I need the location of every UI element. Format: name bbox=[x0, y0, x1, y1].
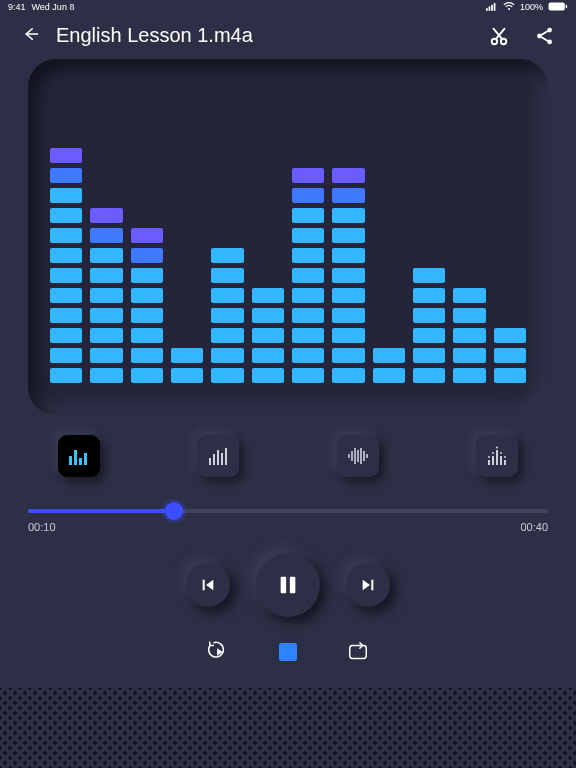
wifi-icon bbox=[503, 2, 515, 13]
svg-point-42 bbox=[504, 456, 506, 458]
svg-rect-37 bbox=[504, 460, 506, 465]
stop-icon bbox=[279, 643, 297, 661]
share-button[interactable] bbox=[534, 25, 556, 47]
vis-type-dots[interactable] bbox=[476, 435, 518, 477]
svg-rect-34 bbox=[492, 456, 494, 465]
svg-point-4 bbox=[508, 8, 510, 10]
stop-button[interactable] bbox=[277, 641, 299, 663]
elapsed-time: 00:10 bbox=[28, 521, 56, 533]
status-bar: 9:41 Wed Jun 8 100% bbox=[0, 0, 576, 14]
repeat-button[interactable] bbox=[347, 641, 369, 663]
vis-type-bars[interactable] bbox=[58, 435, 100, 477]
svg-rect-17 bbox=[69, 456, 72, 465]
speed-button[interactable] bbox=[207, 641, 229, 663]
back-button[interactable] bbox=[20, 25, 40, 47]
status-time: 9:41 bbox=[8, 2, 26, 12]
vis-type-wave[interactable] bbox=[337, 435, 379, 477]
eq-bars bbox=[50, 89, 526, 383]
trim-button[interactable] bbox=[488, 25, 510, 47]
battery-icon bbox=[548, 2, 568, 13]
svg-rect-20 bbox=[84, 453, 87, 465]
header: English Lesson 1.m4a bbox=[0, 14, 576, 53]
prev-button[interactable] bbox=[186, 563, 230, 607]
visualizer-panel bbox=[28, 59, 548, 415]
secondary-controls bbox=[0, 641, 576, 663]
svg-rect-2 bbox=[491, 4, 493, 10]
file-title: English Lesson 1.m4a bbox=[56, 24, 472, 47]
vis-type-thin-bars[interactable] bbox=[197, 435, 239, 477]
visualization-types bbox=[0, 415, 576, 477]
svg-rect-18 bbox=[74, 450, 77, 465]
total-time: 00:40 bbox=[520, 521, 548, 533]
next-button[interactable] bbox=[346, 563, 390, 607]
svg-rect-46 bbox=[371, 580, 373, 591]
svg-rect-3 bbox=[494, 3, 496, 11]
progress-slider[interactable]: 00:10 00:40 bbox=[0, 477, 576, 533]
svg-point-39 bbox=[492, 452, 494, 454]
svg-point-40 bbox=[496, 447, 498, 449]
status-date: Wed Jun 8 bbox=[32, 2, 75, 12]
transport-controls bbox=[0, 553, 576, 617]
svg-rect-35 bbox=[496, 450, 498, 465]
battery-text: 100% bbox=[520, 2, 543, 12]
pause-button[interactable] bbox=[256, 553, 320, 617]
svg-rect-44 bbox=[281, 577, 287, 594]
svg-point-41 bbox=[500, 452, 502, 454]
svg-rect-45 bbox=[290, 577, 296, 594]
svg-line-15 bbox=[541, 30, 547, 34]
svg-rect-1 bbox=[489, 6, 491, 10]
svg-rect-6 bbox=[566, 4, 567, 8]
svg-rect-43 bbox=[203, 580, 205, 591]
svg-rect-33 bbox=[488, 460, 490, 465]
svg-rect-22 bbox=[213, 454, 215, 465]
svg-line-16 bbox=[541, 36, 547, 40]
speaker-grill bbox=[0, 688, 576, 768]
svg-rect-36 bbox=[500, 456, 502, 465]
svg-rect-19 bbox=[79, 458, 82, 465]
svg-rect-48 bbox=[350, 646, 367, 659]
svg-rect-25 bbox=[225, 448, 227, 465]
svg-rect-23 bbox=[217, 450, 219, 465]
signal-icon bbox=[486, 2, 498, 13]
svg-point-38 bbox=[488, 456, 490, 458]
svg-rect-5 bbox=[549, 2, 565, 10]
svg-rect-21 bbox=[209, 458, 211, 465]
svg-rect-24 bbox=[221, 453, 223, 465]
svg-rect-0 bbox=[486, 8, 488, 11]
